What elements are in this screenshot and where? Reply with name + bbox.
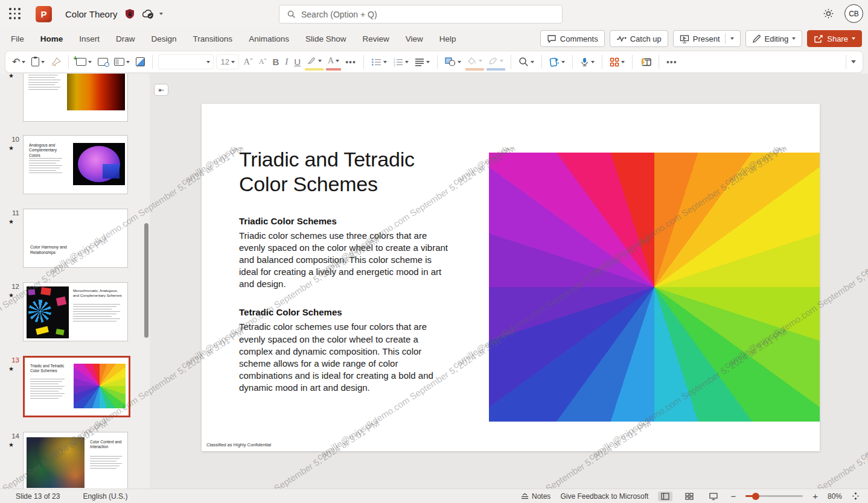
font-color-button[interactable]: A: [326, 54, 341, 71]
tab-home[interactable]: Home: [40, 34, 63, 43]
present-button[interactable]: Present: [673, 30, 741, 47]
slide-12-artwork: [27, 286, 69, 338]
editing-mode-button[interactable]: Editing: [745, 30, 803, 47]
font-name-select[interactable]: [158, 54, 214, 69]
shrink-font-button[interactable]: Aˇ: [257, 54, 269, 71]
animation-star-icon: ★: [8, 292, 14, 299]
thumbnail-scrollbar[interactable]: [144, 223, 148, 338]
designer-button[interactable]: [608, 54, 627, 71]
new-slide-button[interactable]: [74, 54, 94, 71]
document-title[interactable]: Color Theory: [65, 9, 117, 19]
comments-label: Comments: [560, 34, 598, 43]
catch-up-label: Catch up: [630, 34, 662, 43]
collapse-ribbon-button[interactable]: [849, 54, 858, 71]
notes-toggle[interactable]: Notes: [521, 492, 550, 501]
font-size-select[interactable]: 12: [216, 54, 239, 69]
slide-editor-surface[interactable]: Triadic and Tetradic Color Schemes Triad…: [202, 104, 820, 451]
zoom-slider-knob[interactable]: [752, 493, 759, 500]
powerpoint-logo[interactable]: P: [36, 6, 52, 22]
paste-button[interactable]: [30, 54, 46, 71]
slide-title-text[interactable]: Triadic and Tetradic Color Schemes: [239, 147, 438, 197]
format-painter-button[interactable]: [49, 54, 63, 71]
grow-font-button[interactable]: Aˆ: [241, 54, 254, 71]
share-button[interactable]: Share: [807, 30, 862, 47]
catch-up-button[interactable]: Catch up: [610, 30, 668, 47]
tab-slide-show[interactable]: Slide Show: [305, 34, 346, 43]
slide-9-thumbnail[interactable]: [23, 74, 128, 122]
align-icon: [415, 58, 424, 66]
undo-icon: ↶: [12, 57, 20, 67]
tab-file[interactable]: File: [11, 34, 24, 43]
zoom-level[interactable]: 80%: [828, 492, 842, 501]
slide-counter[interactable]: Slide 13 of 23: [16, 492, 60, 501]
search-input[interactable]: [301, 10, 531, 19]
feedback-link[interactable]: Give Feedback to Microsoft: [560, 492, 648, 501]
shape-fill-swatch: [465, 68, 484, 71]
comments-button[interactable]: Comments: [540, 30, 605, 47]
layout-button[interactable]: [112, 54, 132, 71]
notes-label: Notes: [532, 492, 550, 501]
slide-12-thumbnail[interactable]: Monochromatic, Analogous, and Complement…: [23, 282, 128, 341]
reuse-slides-button[interactable]: [96, 54, 110, 71]
tab-help[interactable]: Help: [439, 34, 456, 43]
dictate-button[interactable]: [578, 54, 596, 71]
tab-insert[interactable]: Insert: [79, 34, 100, 43]
section-heading: Triadic Color Schemes: [239, 216, 450, 226]
language-status[interactable]: English (U.S.): [83, 492, 127, 501]
zoom-slider[interactable]: [745, 495, 803, 497]
zoom-out-button[interactable]: −: [730, 492, 736, 501]
tab-design[interactable]: Design: [152, 34, 177, 43]
account-avatar[interactable]: CB: [844, 4, 863, 23]
slide-10-thumbnail[interactable]: Analogous and Complementary Colors: [23, 135, 128, 194]
slide-11-thumbnail[interactable]: Color Harmony and Relationships: [23, 209, 128, 268]
quick-actions-button[interactable]: [638, 54, 653, 71]
zoom-in-button[interactable]: +: [812, 492, 818, 501]
slide-14-thumbnail[interactable]: Color Context and Interaction: [23, 432, 128, 489]
new-slide-icon: [76, 58, 86, 66]
tab-draw[interactable]: Draw: [116, 34, 135, 43]
bold-button[interactable]: B: [270, 54, 281, 71]
slide-number: 10: [7, 136, 19, 143]
shape-fill-button[interactable]: [465, 54, 484, 71]
title-menu-chevron-icon[interactable]: [159, 13, 163, 15]
saved-to-cloud-icon[interactable]: [141, 8, 155, 19]
slide-13-thumbnail[interactable]: Triadic and Tetradic Color Schemes: [23, 356, 130, 417]
editing-chevron-icon[interactable]: [792, 37, 796, 40]
shapes-button[interactable]: [443, 54, 463, 71]
sensitivity-shield-icon[interactable]: [124, 8, 135, 19]
present-chevron-icon[interactable]: [730, 37, 734, 40]
numbering-button[interactable]: 123: [391, 54, 410, 71]
more-commands-button[interactable]: •••: [665, 54, 679, 71]
tab-view[interactable]: View: [406, 34, 423, 43]
search-box[interactable]: [279, 5, 563, 24]
slideshow-icon: [709, 493, 718, 500]
find-button[interactable]: [517, 54, 536, 71]
highlight-color-button[interactable]: [305, 54, 324, 71]
slide-12-title: Monochromatic, Analogous, and Complement…: [73, 289, 123, 299]
shape-outline-button[interactable]: [487, 54, 505, 71]
italic-button[interactable]: I: [283, 54, 290, 71]
settings-gear-icon[interactable]: [823, 8, 834, 19]
app-launcher-icon[interactable]: [9, 8, 21, 20]
normal-view-button[interactable]: [658, 492, 672, 501]
highlighter-icon: [307, 57, 316, 65]
svg-text:3: 3: [394, 63, 395, 66]
tab-transitions[interactable]: Transitions: [193, 34, 233, 43]
present-split-divider: [725, 33, 726, 44]
more-commands-icon: •••: [666, 57, 677, 67]
slideshow-view-button[interactable]: [706, 492, 721, 501]
bullets-button[interactable]: [369, 54, 389, 71]
tab-animations[interactable]: Animations: [249, 34, 289, 43]
fit-slide-button[interactable]: [852, 492, 860, 500]
color-wheel-image[interactable]: [489, 153, 820, 422]
collapse-thumbnail-pane-button[interactable]: ⇤: [154, 84, 168, 96]
slide-sorter-view-button[interactable]: [682, 492, 697, 501]
undo-button[interactable]: ↶: [10, 54, 27, 71]
align-button[interactable]: [413, 54, 432, 71]
copilot-button[interactable]: [547, 54, 567, 71]
underline-button[interactable]: U: [292, 54, 302, 71]
slide-body-text[interactable]: Triadic Color Schemes Triadic color sche…: [239, 216, 450, 394]
tab-review[interactable]: Review: [362, 34, 389, 43]
more-font-options-button[interactable]: •••: [343, 54, 358, 71]
format-background-button[interactable]: [134, 54, 147, 71]
